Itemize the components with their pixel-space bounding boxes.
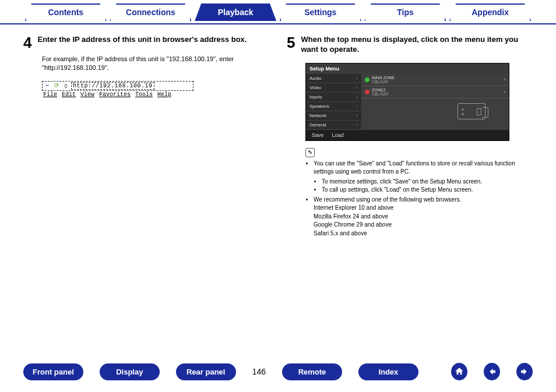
tab-contents[interactable]: Contents [25,3,107,21]
setup-load: Load [332,132,344,138]
browser-ff: Mozilla Firefox 24 and above [305,213,533,221]
nav-remote[interactable]: Remote [282,363,342,380]
refresh-icon: ⟳ [52,82,61,89]
step-4: 4 Enter the IP address of this unit in b… [23,35,269,238]
step-5-title: When the top menu is displayed, click on… [301,35,533,55]
browser-menu-row: File Edit View Favorites Tools Help [42,91,193,98]
note-icon: ✎ [305,148,315,157]
browser-address-mock: ⬅ ⟳ ▯ http://192.168.100.19 File Edit Vi… [42,81,193,98]
tab-playback[interactable]: Playback [195,3,276,21]
menu-edit: Edit [62,91,76,98]
menu-file: File [43,91,57,98]
nav-display[interactable]: Display [100,363,160,380]
arrow-right-icon [519,366,530,377]
setup-menu-mock: Setup Menu Audio› Video› Inputs› Speaker… [305,63,509,141]
address-bar-url: http://192.168.100.19 [71,82,154,90]
note-1a: To memorize settings, click "Save" on th… [322,178,533,186]
sm-item-network: Network› [306,111,361,121]
step-number-4: 4 [23,35,31,50]
zone1-label: MAIN ZONE [372,76,395,80]
back-icon: ⬅ [43,82,51,89]
top-tabs: Contents Connections Playback Settings T… [0,0,556,24]
note-1b: To call up settings, click "Load" on the… [322,186,533,195]
bottom-nav: Front panel Display Rear panel 146 Remot… [0,363,556,380]
zone-2: ZONE2 CBL/SAT › [361,86,509,98]
tab-settings[interactable]: Settings [280,3,361,21]
tab-appendix[interactable]: Appendix [449,3,531,21]
nav-index[interactable]: Index [358,363,418,380]
arrow-left-icon [487,366,497,377]
zone2-sub: CBL/SAT [372,92,389,96]
menu-view: View [80,91,94,98]
step-number-5: 5 [287,35,295,55]
browser-ie: Internet Explorer 10 and above [305,204,533,213]
browser-safari: Safari 5.x and above [305,229,533,238]
nav-front-panel[interactable]: Front panel [23,363,83,380]
sm-item-general: General› [306,121,361,130]
note-2: We recommend using one of the following … [314,196,533,204]
zone-main: MAIN ZONE CBL/SAT › [361,74,509,86]
sm-item-inputs: Inputs› [306,93,361,102]
nav-rear-panel[interactable]: Rear panel [176,363,236,380]
step-4-description: For example, if the IP address of this u… [42,55,269,73]
page-number: 146 [252,367,266,376]
setup-save: Save [312,132,324,138]
power-icon-red [365,90,370,94]
menu-favorites: Favorites [99,91,131,98]
notes-block: You can use the "Save" and "Load" functi… [305,160,533,238]
browser-chrome: Google Chrome 29 and above [305,221,533,229]
menu-help: Help [157,91,171,98]
menu-tools: Tools [135,91,153,98]
device-icon [458,103,485,119]
zone2-label: ZONE2 [372,88,389,92]
sm-item-audio: Audio› [306,74,361,83]
zone1-sub: CBL/SAT [372,80,395,84]
home-icon [454,366,464,377]
next-page-button[interactable] [516,363,533,380]
tab-connections[interactable]: Connections [110,3,191,21]
prev-page-button[interactable] [484,363,500,380]
step-5: 5 When the top menu is displayed, click … [287,35,533,238]
setup-menu-title: Setup Menu [306,63,509,74]
sm-item-video: Video› [306,83,361,93]
note-1: You can use the "Save" and "Load" functi… [314,160,533,195]
step-4-title: Enter the IP address of this unit in bro… [37,35,247,50]
home-button[interactable] [451,363,467,380]
power-icon-green [365,77,370,82]
tab-tips[interactable]: Tips [364,3,446,21]
setup-menu-sidebar: Audio› Video› Inputs› Speakers› Network›… [306,74,361,130]
sm-item-speakers: Speakers› [306,102,361,111]
page-icon: ▯ [62,82,70,89]
